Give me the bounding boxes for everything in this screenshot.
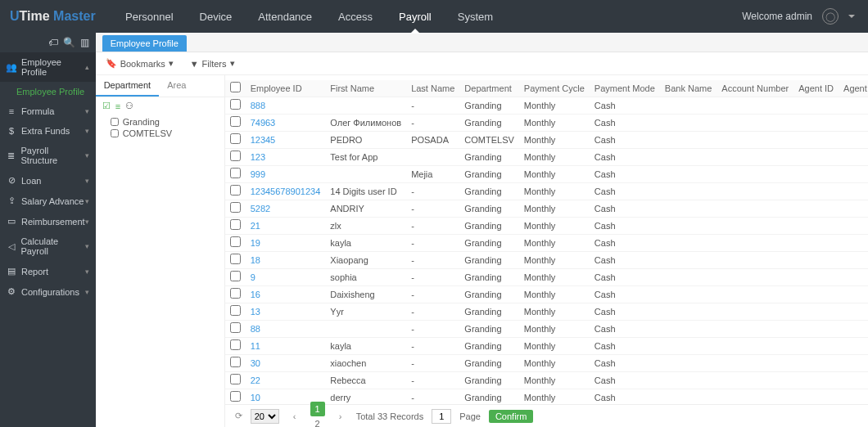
refresh-icon[interactable]: ⟳ — [235, 411, 242, 421]
logo[interactable]: UTime Master — [0, 9, 112, 24]
prev-page-button[interactable]: ‹ — [287, 409, 302, 424]
cell-agent-id — [793, 97, 839, 115]
sidebar-item-loan[interactable]: ⊘Loan▾ — [0, 170, 96, 191]
sidebar-item-reimbursement[interactable]: ▭Reimbursement▾ — [0, 211, 96, 231]
table-row: 22Rebecca-GrandingMonthlyCash✎ — [225, 372, 868, 389]
row-checkbox[interactable] — [230, 254, 241, 264]
employee-id-link[interactable]: 12345 — [251, 135, 276, 145]
row-checkbox[interactable] — [230, 322, 241, 333]
collapse-icon[interactable]: ▥ — [80, 37, 89, 48]
sidebar-item-configurations[interactable]: ⚙Configurations▾ — [0, 281, 96, 302]
row-checkbox[interactable] — [230, 391, 241, 402]
col-header[interactable]: Agent ID — [793, 80, 839, 97]
sidebar-item-formula[interactable]: ≡Formula▾ — [0, 101, 96, 121]
page-number[interactable]: 1 — [310, 402, 325, 416]
col-header[interactable]: Agent Account — [839, 80, 868, 97]
col-header[interactable]: Employee ID — [246, 80, 326, 97]
sidebar-item-salary-advance[interactable]: ⇪Salary Advance▾ — [0, 191, 96, 211]
row-checkbox[interactable] — [230, 202, 241, 213]
col-header[interactable]: Department — [459, 80, 519, 97]
cell-agent-id — [793, 218, 839, 235]
nav-device[interactable]: Device — [187, 0, 246, 33]
employee-id-link[interactable]: 9 — [251, 272, 255, 282]
nav-attendance[interactable]: Attendance — [245, 0, 325, 33]
table-row: 16Daixisheng-GrandingMonthlyCash✎ — [225, 286, 868, 303]
tree-checkbox[interactable] — [111, 118, 119, 126]
employee-id-link[interactable]: 10 — [251, 393, 260, 402]
org-tree-icon[interactable]: ⚇ — [125, 101, 133, 111]
row-checkbox[interactable] — [230, 288, 241, 299]
col-header[interactable]: First Name — [325, 80, 406, 97]
page-size-select[interactable]: 20 — [251, 409, 279, 424]
row-checkbox[interactable] — [230, 116, 241, 127]
confirm-button[interactable]: Confirm — [489, 410, 534, 423]
employee-id-link[interactable]: 13 — [251, 307, 260, 317]
row-checkbox[interactable] — [230, 185, 241, 196]
list-icon[interactable]: ≡ — [115, 101, 120, 111]
active-tab-chip[interactable]: Employee Profile — [102, 35, 187, 52]
cell-employee-id: 9 — [246, 269, 326, 286]
sidebar-item-extra-funds[interactable]: $Extra Funds▾ — [0, 121, 96, 141]
row-checkbox[interactable] — [230, 219, 241, 230]
cell-bank-name — [660, 286, 717, 303]
col-header[interactable]: Last Name — [406, 80, 459, 97]
row-checkbox[interactable] — [230, 168, 241, 178]
col-header[interactable]: Account Number — [717, 80, 793, 97]
nav-system[interactable]: System — [445, 0, 506, 33]
page-number[interactable]: 2 — [310, 416, 325, 428]
nav-payroll[interactable]: Payroll — [386, 0, 445, 33]
employee-id-link[interactable]: 888 — [251, 101, 265, 110]
tree-tab-department[interactable]: Department — [96, 75, 159, 97]
nav-access[interactable]: Access — [325, 0, 386, 33]
tree-checkbox[interactable] — [111, 129, 119, 137]
employee-id-link[interactable]: 11 — [251, 341, 260, 351]
col-header[interactable]: Payment Mode — [590, 80, 660, 97]
row-checkbox[interactable] — [230, 339, 241, 350]
next-page-button[interactable]: › — [333, 409, 348, 424]
sidebar-item-employee-profile[interactable]: 👥Employee Profile▴ — [0, 52, 96, 82]
col-header[interactable]: Bank Name — [660, 80, 717, 97]
employee-id-link[interactable]: 21 — [251, 221, 260, 231]
employee-id-link[interactable]: 19 — [251, 238, 260, 248]
employee-id-link[interactable]: 999 — [251, 169, 265, 179]
tag-icon[interactable]: 🏷 — [48, 37, 58, 48]
check-all-icon[interactable]: ☑ — [102, 101, 111, 111]
sidebar-sub-employee-profile[interactable]: Employee Profile — [0, 82, 96, 101]
cell-first-name — [325, 166, 406, 183]
tree-node[interactable]: COMTELSV — [102, 128, 218, 139]
employee-id-link[interactable]: 74963 — [251, 118, 276, 128]
employee-id-link[interactable]: 5282 — [251, 204, 270, 214]
filters-button[interactable]: ▼ Filters ▾ — [190, 58, 235, 69]
employee-id-link[interactable]: 88 — [251, 324, 260, 334]
nav-personnel[interactable]: Personnel — [112, 0, 187, 33]
employee-id-link[interactable]: 18 — [251, 255, 260, 265]
row-checkbox[interactable] — [230, 271, 241, 281]
employee-id-link[interactable]: 30 — [251, 358, 260, 368]
row-checkbox[interactable] — [230, 151, 241, 161]
search-icon[interactable]: 🔍 — [63, 37, 75, 48]
row-checkbox[interactable] — [230, 99, 241, 110]
row-checkbox[interactable] — [230, 236, 241, 247]
col-header[interactable]: Payment Cycle — [519, 80, 590, 97]
row-checkbox[interactable] — [230, 374, 241, 384]
goto-page-input[interactable] — [432, 409, 451, 424]
bookmarks-button[interactable]: 🔖 Bookmarks ▾ — [106, 58, 174, 69]
tree-tab-area[interactable]: Area — [159, 75, 194, 97]
row-checkbox[interactable] — [230, 305, 241, 316]
avatar-icon[interactable]: ◯ — [822, 8, 839, 25]
select-all-checkbox[interactable] — [230, 82, 241, 92]
cell-department: Granding — [459, 166, 519, 183]
cell-bank-name — [660, 200, 717, 218]
sidebar-item-payroll-structure[interactable]: ≣Payroll Structure▾ — [0, 141, 96, 170]
row-checkbox[interactable] — [230, 133, 241, 144]
employee-id-link[interactable]: 22 — [251, 375, 260, 385]
logo-part-time: Time — [20, 9, 54, 23]
employee-id-link[interactable]: 123 — [251, 152, 265, 162]
employee-id-link[interactable]: 12345678901234 — [251, 187, 321, 196]
tree-node[interactable]: Granding — [102, 116, 218, 128]
user-menu-caret-icon[interactable] — [848, 15, 855, 18]
sidebar-item-calculate-payroll[interactable]: ◁Calculate Payroll▾ — [0, 231, 96, 261]
sidebar-item-report[interactable]: ▤Report▾ — [0, 261, 96, 281]
row-checkbox[interactable] — [230, 357, 241, 367]
employee-id-link[interactable]: 16 — [251, 290, 260, 299]
